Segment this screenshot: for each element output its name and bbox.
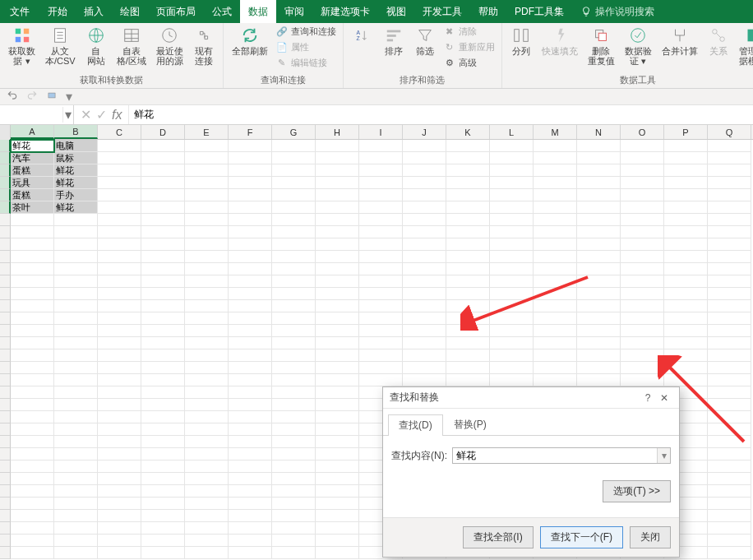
row-header[interactable] <box>0 140 11 152</box>
cell-O5[interactable] <box>621 189 664 201</box>
clear-filter-button[interactable]: ✖清除 <box>442 25 497 39</box>
cell-E18[interactable] <box>185 349 229 362</box>
cell-C29[interactable] <box>98 485 141 498</box>
column-header-N[interactable]: N <box>577 125 621 139</box>
cell-M20[interactable] <box>534 374 577 386</box>
cell-Q9[interactable] <box>708 238 751 251</box>
tab-pagelayout[interactable]: 页面布局 <box>148 0 204 23</box>
cell-G24[interactable] <box>272 423 316 436</box>
tab-insert[interactable]: 插入 <box>76 0 112 23</box>
cell-N17[interactable] <box>577 337 621 349</box>
cell-C6[interactable] <box>98 201 141 214</box>
row-header[interactable] <box>0 177 11 189</box>
cell-L13[interactable] <box>490 288 534 300</box>
cell-P8[interactable] <box>664 226 708 238</box>
cell-F30[interactable] <box>229 498 272 510</box>
cell-C30[interactable] <box>98 498 141 510</box>
cell-G16[interactable] <box>272 325 316 337</box>
cell-A21[interactable] <box>11 386 54 399</box>
cell-J7[interactable] <box>403 214 446 226</box>
cell-M7[interactable] <box>534 214 577 226</box>
cell-N2[interactable] <box>577 152 621 164</box>
cell-B21[interactable] <box>54 386 98 399</box>
find-all-button[interactable]: 查找全部(I) <box>463 526 533 548</box>
row-header[interactable] <box>0 473 11 485</box>
cell-H1[interactable] <box>316 140 359 152</box>
column-header-J[interactable]: J <box>403 125 446 139</box>
cell-K16[interactable] <box>446 325 490 337</box>
cell-O2[interactable] <box>621 152 664 164</box>
cell-Q31[interactable] <box>708 510 751 522</box>
cell-I9[interactable] <box>359 238 403 251</box>
cell-L1[interactable] <box>490 140 534 152</box>
cell-L17[interactable] <box>490 337 534 349</box>
cell-A19[interactable] <box>11 362 54 374</box>
cell-E4[interactable] <box>185 177 229 189</box>
cell-O3[interactable] <box>621 164 664 177</box>
cell-N4[interactable] <box>577 177 621 189</box>
cell-G6[interactable] <box>272 201 316 214</box>
cell-A9[interactable] <box>11 238 54 251</box>
row-header[interactable] <box>0 510 11 522</box>
cell-K13[interactable] <box>446 288 490 300</box>
cell-Q20[interactable] <box>708 374 751 386</box>
cell-N19[interactable] <box>577 362 621 374</box>
cell-D23[interactable] <box>141 411 185 423</box>
cell-A8[interactable] <box>11 226 54 238</box>
cell-H3[interactable] <box>316 164 359 177</box>
cell-A18[interactable] <box>11 349 54 362</box>
cell-C24[interactable] <box>98 423 141 436</box>
cell-A25[interactable] <box>11 436 54 448</box>
accept-formula-icon[interactable]: ✓ <box>96 107 107 123</box>
cell-L12[interactable] <box>490 275 534 288</box>
cell-D5[interactable] <box>141 189 185 201</box>
cell-G3[interactable] <box>272 164 316 177</box>
cell-G5[interactable] <box>272 189 316 201</box>
recent-sources-button[interactable]: 最近使用的源 <box>153 25 187 67</box>
cell-Q17[interactable] <box>708 337 751 349</box>
cell-N13[interactable] <box>577 288 621 300</box>
cell-Q27[interactable] <box>708 460 751 473</box>
cell-C2[interactable] <box>98 152 141 164</box>
cell-G34[interactable] <box>272 547 316 559</box>
cell-A15[interactable] <box>11 312 54 325</box>
row-header[interactable] <box>0 362 11 374</box>
row-header[interactable] <box>0 300 11 312</box>
cell-N12[interactable] <box>577 275 621 288</box>
cell-O1[interactable] <box>621 140 664 152</box>
cell-N3[interactable] <box>577 164 621 177</box>
cell-F5[interactable] <box>229 189 272 201</box>
cell-F20[interactable] <box>229 374 272 386</box>
column-header-D[interactable]: D <box>141 125 185 139</box>
cell-B2[interactable]: 鼠标 <box>54 152 98 164</box>
cell-Q11[interactable] <box>708 263 751 275</box>
cell-B30[interactable] <box>54 498 98 510</box>
cell-M1[interactable] <box>534 140 577 152</box>
cell-G8[interactable] <box>272 226 316 238</box>
cell-L2[interactable] <box>490 152 534 164</box>
queries-connections-button[interactable]: 🔗查询和连接 <box>275 25 338 39</box>
filter-button[interactable]: 筛选 <box>411 25 439 58</box>
cell-M4[interactable] <box>534 177 577 189</box>
cell-E22[interactable] <box>185 399 229 411</box>
cell-I2[interactable] <box>359 152 403 164</box>
cell-L16[interactable] <box>490 325 534 337</box>
row-header[interactable] <box>0 251 11 263</box>
cell-P15[interactable] <box>664 312 708 325</box>
cell-K10[interactable] <box>446 251 490 263</box>
cell-F27[interactable] <box>229 460 272 473</box>
cell-B17[interactable] <box>54 337 98 349</box>
cell-H2[interactable] <box>316 152 359 164</box>
cell-F16[interactable] <box>229 325 272 337</box>
cell-Q3[interactable] <box>708 164 751 177</box>
cell-D21[interactable] <box>141 386 185 399</box>
cell-B25[interactable] <box>54 436 98 448</box>
cell-F31[interactable] <box>229 510 272 522</box>
cell-H28[interactable] <box>316 473 359 485</box>
cell-L14[interactable] <box>490 300 534 312</box>
cell-B18[interactable] <box>54 349 98 362</box>
row-header[interactable] <box>0 312 11 325</box>
cell-N9[interactable] <box>577 238 621 251</box>
cell-E13[interactable] <box>185 288 229 300</box>
cell-C27[interactable] <box>98 460 141 473</box>
